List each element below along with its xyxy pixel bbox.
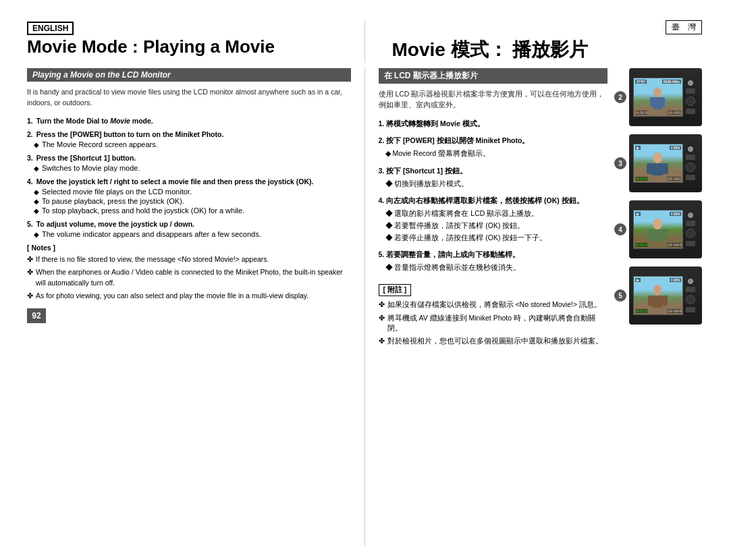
header-left: ENGLISH Movie Mode : Playing a Movie <box>27 20 365 63</box>
lcd-screen-5: ▶ 4 MIN 00:01:10 100-0004 <box>633 276 683 315</box>
note-cross-icon: ✤ <box>27 267 33 278</box>
side-controls-4 <box>686 213 695 246</box>
lens-icon <box>688 80 693 86</box>
lcd-overlay-2: STBY REM:4Min 00:00:00 100-0001 <box>634 78 682 116</box>
file-3: 100-0001 <box>667 177 681 181</box>
cam-label-3: 3 <box>614 157 626 169</box>
camera-body-2: STBY REM:4Min 00:00:00 100-0001 <box>629 68 702 126</box>
note-cross-icon: ✤ <box>379 336 385 347</box>
notes-title: [ Notes ] <box>27 244 351 252</box>
zh-step-5-sub: ◆ 音量指示燈將會顯示並在幾秒後消失。 <box>385 262 608 273</box>
step-4-sub-2: ◆ To pause playback, press the joystick … <box>34 197 351 205</box>
side-controls-2 <box>686 80 695 114</box>
right-section-header: 在 LCD 顯示器上播放影片 <box>379 68 608 84</box>
side-controls-3 <box>686 146 695 180</box>
lens-icon <box>688 213 693 218</box>
notes-section: [ Notes ] ✤ If there is no file stored t… <box>27 244 351 302</box>
shortcut-btn <box>686 175 695 180</box>
english-badge: ENGLISH <box>27 22 74 35</box>
power-btn <box>686 88 695 94</box>
note-2: ✤ When the earphones or Audio / Video ca… <box>27 267 351 287</box>
camera-images-col: 2 <box>614 68 702 547</box>
left-intro: It is handy and practical to view movie … <box>27 87 351 109</box>
content-area: Playing a Movie on the LCD Monitor It is… <box>27 68 702 547</box>
zh-step-3: 3. 按下 [Shortcut 1] 按鈕。 ◆ 切換到播放影片模式。 <box>379 166 608 190</box>
play-text-4: ▶ <box>635 212 641 216</box>
step-3-sub-1: ◆ Switches to Movie play mode. <box>34 164 351 172</box>
step-1-title: 1. Turn the Mode Dial to Movie mode. <box>27 117 351 125</box>
note-cross-icon: ✤ <box>379 313 385 324</box>
zh-step-2-title: 2. 按下 [POWER] 按鈕以開啓 Miniket Photo。 <box>379 136 608 146</box>
diamond-icon: ◆ <box>34 231 39 238</box>
diamond-icon: ◆ <box>34 188 39 196</box>
taiwan-badge: 臺 灣 <box>666 20 702 34</box>
counter-3: 00:00:01 <box>635 177 648 181</box>
lcd-overlay-3: ▶ 4 MIN 00:00:01 100-0001 <box>634 144 682 182</box>
step-4: 4. Move the joystick left / right to sel… <box>27 177 351 215</box>
step-1: 1. Turn the Mode Dial to Movie mode. <box>27 117 351 125</box>
zh-note-1: ✤ 如果沒有儲存檔案以供檢視，將會顯示 <No stored Movie!> 訊… <box>379 300 608 310</box>
camera-body-4: ▶ 4 MIN 00:00:05 100-0004 <box>629 200 702 258</box>
min-text-3: 4 MIN <box>670 146 681 150</box>
power-btn <box>686 155 695 160</box>
play-text-3: ▶ <box>635 146 641 150</box>
title-left: Movie Mode : Playing a Movie <box>27 36 351 57</box>
title-right: Movie 模式： 播放影片 <box>379 37 703 63</box>
camera-image-2-row: 2 <box>614 68 702 126</box>
left-section-header: Playing a Movie on the LCD Monitor <box>27 68 351 82</box>
min-text-4: 4 MIN <box>670 212 681 216</box>
lcd-top-bar-5: ▶ 4 MIN <box>635 278 681 282</box>
power-btn <box>686 221 695 226</box>
zh-note-3: ✤ 對於檢視相片，您也可以在多個視圖顯示中選取和播放影片檔案。 <box>379 336 608 347</box>
zh-step-4: 4. 向左或向右移動搖桿選取影片檔案，然後按搖桿 (OK) 按鈕。 ◆ 選取的影… <box>379 196 608 243</box>
zh-step-4-sub-2: ◆ 若要暫停播放，請按下搖桿 (OK) 按鈕。 <box>385 221 608 231</box>
step-3-title: 3. Press the [Shortcut 1] button. <box>27 154 351 162</box>
zh-step-3-sub: ◆ 切換到播放影片模式。 <box>385 179 608 190</box>
play-text-5: ▶ <box>635 278 641 282</box>
camera-image-3-row: 3 ▶ <box>614 134 702 192</box>
lcd-top-bar-3: ▶ 4 MIN <box>635 146 681 150</box>
lcd-bottom-bar-5: 00:01:10 100-0004 <box>635 309 681 313</box>
shortcut-btn <box>686 109 695 114</box>
camera-image-5-row: 5 ▶ <box>614 267 702 325</box>
zh-step-2: 2. 按下 [POWER] 按鈕以開啓 Miniket Photo。 ◆ Mov… <box>379 136 608 159</box>
zh-step-4-sub-3: ◆ 若要停止播放，請按住搖桿 (OK) 按鈕一下子。 <box>385 233 608 244</box>
left-column: Playing a Movie on the LCD Monitor It is… <box>27 68 365 547</box>
zh-notes-title: [ 附註 ] <box>379 284 412 296</box>
camera-body-5: ▶ 4 MIN 00:01:10 100-0004 <box>629 267 702 325</box>
shortcut-btn <box>686 241 695 246</box>
camera-image-4-row: 4 ▶ <box>614 200 702 258</box>
file-4: 100-0004 <box>667 243 681 247</box>
stby-text-2: STBY <box>635 80 647 84</box>
lcd-screen-4: ▶ 4 MIN 00:00:05 100-0004 <box>633 210 683 249</box>
power-btn <box>686 287 695 292</box>
zh-note-2: ✤ 將耳機或 AV 纜線連接到 Miniket Photo 時，內建喇叭將會自動… <box>379 313 608 333</box>
note-1: ✤ If there is no file stored to view, th… <box>27 254 351 265</box>
joystick <box>686 163 695 172</box>
zh-notes-section: [ 附註 ] ✤ 如果沒有儲存檔案以供檢視，將會顯示 <No stored Mo… <box>379 280 608 347</box>
lens-icon <box>688 279 693 284</box>
joystick <box>686 295 695 304</box>
file-5: 100-0004 <box>667 309 681 313</box>
lcd-top-bar-2: STBY REM:4Min <box>635 80 681 84</box>
lcd-screen-3: ▶ 4 MIN 00:00:01 100-0001 <box>633 144 683 183</box>
lcd-bottom-bar-4: 00:00:05 100-0004 <box>635 243 681 247</box>
file-2: 100-0001 <box>667 111 681 115</box>
badge-row: ENGLISH <box>27 20 351 35</box>
note-cross-icon: ✤ <box>379 300 385 310</box>
right-column: 在 LCD 顯示器上播放影片 使用 LCD 顯示器檢視影片檔案非常方便實用，可以… <box>365 68 703 547</box>
diamond-icon: ◆ <box>34 207 39 215</box>
step-3: 3. Press the [Shortcut 1] button. ◆ Swit… <box>27 154 351 172</box>
diamond-icon: ◆ <box>34 141 39 148</box>
lcd-bottom-bar-3: 00:00:01 100-0001 <box>635 177 681 181</box>
step-4-sub-3: ◆ To stop playback, press and hold the j… <box>34 206 351 215</box>
page-number: 92 <box>27 308 46 323</box>
cam-label-4: 4 <box>614 223 626 235</box>
zh-step-1-title: 1. 將模式轉盤轉到 Movie 模式。 <box>379 119 608 130</box>
counter-2: 00:00:00 <box>635 111 648 115</box>
lens-icon <box>688 146 693 152</box>
min-text-5: 4 MIN <box>670 278 681 282</box>
zh-step-1: 1. 將模式轉盤轉到 Movie 模式。 <box>379 119 608 130</box>
zh-step-5-title: 5. 若要調整音量，請向上或向下移動搖桿。 <box>379 250 608 260</box>
right-text-col: 在 LCD 顯示器上播放影片 使用 LCD 顯示器檢視影片檔案非常方便實用，可以… <box>379 68 608 547</box>
